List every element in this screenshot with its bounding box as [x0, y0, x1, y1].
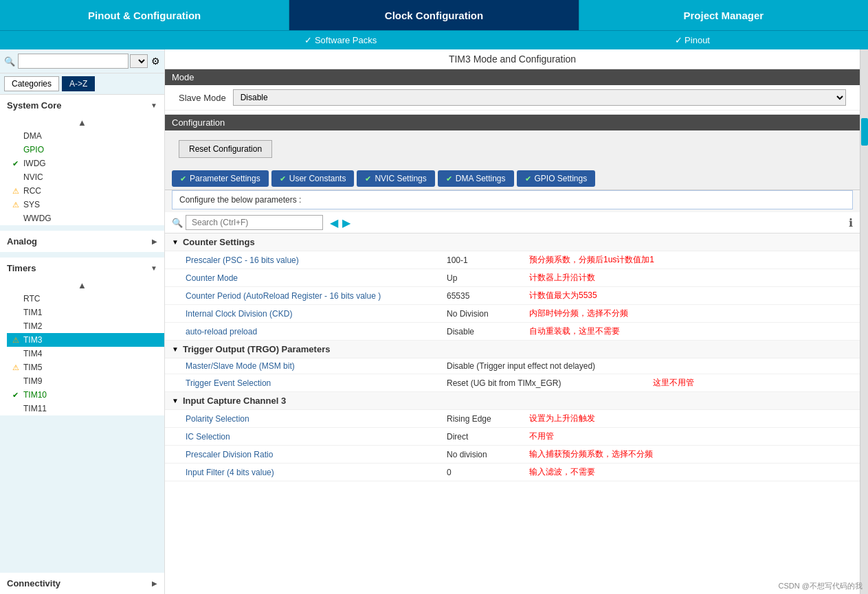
user-constants-check-icon: ✔: [280, 174, 286, 183]
filter-az-button[interactable]: A->Z: [62, 76, 95, 91]
tim5-warn-icon: ⚠: [12, 363, 23, 372]
trigger-output-group-header[interactable]: ▼ Trigger Output (TRGO) Parameters: [165, 341, 860, 358]
second-nav: ✓ Software Packs ✓ Pinout: [0, 30, 868, 49]
sidebar-item-dma[interactable]: DMA: [7, 129, 164, 143]
connectivity-arrow-icon: ▶: [152, 580, 157, 587]
reset-configuration-button[interactable]: Reset Configuration: [179, 140, 272, 158]
nav-clock[interactable]: Clock Configuration: [289, 0, 579, 30]
sidebar-item-tim3[interactable]: ⚠ TIM3: [7, 333, 164, 347]
nav-project[interactable]: Project Manager: [579, 0, 868, 30]
config-section-header: Configuration: [165, 115, 860, 130]
timers-items: RTC TIM1 TIM2 ⚠ TIM3 TIM4: [0, 292, 164, 415]
param-row-prescaler: Prescaler (PSC - 16 bits value) 100-1 预分…: [165, 251, 860, 269]
nvic-settings-check-icon: ✔: [365, 174, 371, 183]
right-scrollbar[interactable]: [860, 49, 868, 594]
param-row-msm: Master/Slave Mode (MSM bit) Disable (Tri…: [165, 358, 860, 374]
rcc-warn-icon: ⚠: [12, 187, 23, 196]
sidebar-section-timers: Timers ▼ ▲ RTC TIM1 TIM2 ⚠: [0, 258, 164, 415]
sidebar-item-tim10[interactable]: ✔ TIM10: [7, 388, 164, 402]
timers-scroll-up-btn[interactable]: ▲: [0, 279, 164, 292]
main-layout: 🔍 ⚙ Categories A->Z System Core ▼ ▲ DMA: [0, 49, 868, 594]
nav-prev-icon[interactable]: ◀: [330, 216, 338, 229]
tab-dma-settings[interactable]: ✔ DMA Settings: [438, 170, 514, 187]
gpio-settings-check-icon: ✔: [525, 174, 531, 183]
sidebar-item-gpio[interactable]: GPIO: [7, 143, 164, 157]
mode-section-header: Mode: [165, 69, 860, 85]
info-icon[interactable]: ℹ: [849, 216, 853, 229]
tim10-check-icon: ✔: [12, 391, 23, 400]
gear-icon[interactable]: ⚙: [151, 56, 160, 67]
top-nav: Pinout & Configuration Clock Configurati…: [0, 0, 868, 30]
sidebar-item-tim4[interactable]: TIM4: [7, 347, 164, 361]
sidebar: 🔍 ⚙ Categories A->Z System Core ▼ ▲ DMA: [0, 49, 165, 594]
tim3-warn-icon: ⚠: [12, 336, 23, 345]
param-search-input[interactable]: [186, 215, 323, 230]
sidebar-item-wwdg[interactable]: WWDG: [7, 212, 164, 225]
sidebar-item-tim11[interactable]: TIM11: [7, 402, 164, 415]
param-settings-check-icon: ✔: [180, 174, 186, 183]
param-row-ic-selection: IC Selection Direct 不用管: [165, 428, 860, 446]
sidebar-item-rtc[interactable]: RTC: [7, 292, 164, 306]
tab-nvic-settings[interactable]: ✔ NVIC Settings: [357, 170, 434, 187]
param-row-prescaler-division: Prescaler Division Ratio No division 输入捕…: [165, 446, 860, 464]
sidebar-divider-3: [0, 415, 164, 573]
slave-mode-row: Slave Mode Disable: [165, 85, 860, 111]
param-search-bar: 🔍 ◀ ▶ ℹ: [165, 212, 860, 233]
sidebar-item-nvic[interactable]: NVIC: [7, 170, 164, 184]
tabs-bar: ✔ Parameter Settings ✔ User Constants ✔ …: [165, 168, 860, 190]
input-capture-group-header[interactable]: ▼ Input Capture Channel 3: [165, 392, 860, 410]
tab-parameter-settings[interactable]: ✔ Parameter Settings: [172, 170, 269, 187]
system-core-arrow-icon: ▼: [151, 102, 157, 109]
search-icon: 🔍: [4, 56, 15, 67]
slave-mode-select[interactable]: Disable: [233, 89, 846, 106]
counter-settings-group-header[interactable]: ▼ Counter Settings: [165, 233, 860, 251]
input-capture-arrow-icon: ▼: [172, 397, 179, 404]
scroll-up-btn[interactable]: ▲: [0, 116, 164, 129]
system-core-items: DMA GPIO ✔ IWDG NVIC ⚠ RCC: [0, 129, 164, 225]
sys-warn-icon: ⚠: [12, 201, 23, 209]
nav-next-icon[interactable]: ▶: [342, 216, 350, 229]
param-row-polarity: Polarity Selection Rising Edge 设置为上升沿触发: [165, 410, 860, 428]
pinout-nav[interactable]: ✓ Pinout: [517, 31, 869, 49]
connectivity-header[interactable]: Connectivity ▶: [0, 573, 164, 594]
sidebar-item-tim9[interactable]: TIM9: [7, 374, 164, 388]
param-row-auto-reload: auto-reload preload Disable 自动重装载，这里不需要: [165, 323, 860, 341]
right-scrollbar-thumb[interactable]: [861, 118, 868, 146]
sidebar-divider-2: [0, 252, 164, 258]
sidebar-search-bar: 🔍 ⚙: [0, 49, 164, 73]
sidebar-item-sys[interactable]: ⚠ SYS: [7, 198, 164, 212]
sidebar-item-tim1[interactable]: TIM1: [7, 306, 164, 319]
iwdg-check-icon: ✔: [12, 159, 23, 168]
timers-header[interactable]: Timers ▼: [0, 258, 164, 279]
trigger-output-arrow-icon: ▼: [172, 345, 179, 353]
content-title: TIM3 Mode and Configuration: [165, 49, 860, 69]
search-dropdown[interactable]: [130, 54, 148, 68]
sidebar-divider-1: [0, 225, 164, 231]
param-row-input-filter: Input Filter (4 bits value) 0 输入滤波，不需要: [165, 464, 860, 481]
sidebar-item-rcc[interactable]: ⚠ RCC: [7, 184, 164, 198]
timers-arrow-icon: ▼: [151, 264, 157, 272]
params-content: ▼ Counter Settings Prescaler (PSC - 16 b…: [165, 233, 860, 594]
system-core-header[interactable]: System Core ▼: [0, 95, 164, 116]
configure-hint: Configure the below parameters :: [172, 190, 853, 209]
content-area: TIM3 Mode and Configuration Mode Slave M…: [165, 49, 860, 594]
filter-categories-button[interactable]: Categories: [4, 76, 59, 91]
reset-btn-container: Reset Configuration: [165, 130, 860, 168]
dma-settings-check-icon: ✔: [446, 174, 452, 183]
second-nav-spacer: [0, 31, 165, 49]
search-input[interactable]: [18, 54, 129, 69]
software-packs-nav[interactable]: ✓ Software Packs: [165, 31, 517, 49]
analog-header[interactable]: Analog ▶: [0, 231, 164, 252]
nav-pinout[interactable]: Pinout & Configuration: [0, 0, 289, 30]
sidebar-section-system-core: System Core ▼ ▲ DMA GPIO ✔ IWDG: [0, 95, 164, 225]
tab-gpio-settings[interactable]: ✔ GPIO Settings: [517, 170, 596, 187]
tab-user-constants[interactable]: ✔ User Constants: [271, 170, 355, 187]
counter-settings-arrow-icon: ▼: [172, 238, 179, 246]
watermark: CSDN @不想写代码的我: [779, 581, 863, 591]
sidebar-filter-bar: Categories A->Z: [0, 73, 164, 95]
analog-arrow-icon: ▶: [152, 238, 157, 245]
param-row-counter-period: Counter Period (AutoReload Register - 16…: [165, 287, 860, 305]
sidebar-item-tim2[interactable]: TIM2: [7, 319, 164, 333]
sidebar-item-iwdg[interactable]: ✔ IWDG: [7, 157, 164, 170]
sidebar-item-tim5[interactable]: ⚠ TIM5: [7, 361, 164, 374]
